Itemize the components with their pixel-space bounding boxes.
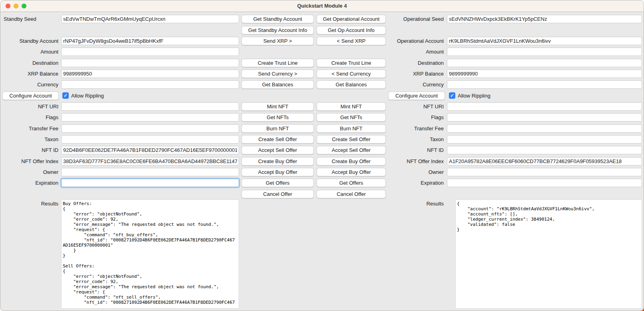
operational-nft-offer-index-label: NFT Offer Index bbox=[386, 158, 445, 164]
operational-expiration-input[interactable] bbox=[447, 179, 642, 187]
get-standby-account-button[interactable]: Get Standby Account bbox=[241, 15, 314, 23]
mint-nft-standby-button[interactable]: Mint NFT bbox=[241, 102, 314, 111]
standby-nft-uri-input[interactable] bbox=[61, 102, 239, 111]
operational-seed-label: Operational Seed bbox=[386, 16, 445, 22]
operational-account-input[interactable] bbox=[447, 37, 642, 45]
get-balances-operational-button[interactable]: Get Balances bbox=[317, 80, 386, 89]
accept-buy-offer-standby-button[interactable]: Accept Buy Offer bbox=[241, 168, 314, 176]
standby-flags-label: Flags bbox=[0, 114, 60, 120]
operational-owner-input[interactable] bbox=[447, 168, 642, 176]
operational-nft-uri-input[interactable] bbox=[447, 102, 642, 111]
configure-account-standby-button[interactable]: Configure Account bbox=[2, 92, 59, 100]
send-xrp-standby-button[interactable]: Send XRP > bbox=[241, 37, 314, 45]
get-balances-standby-button[interactable]: Get Balances bbox=[241, 80, 314, 89]
standby-currency-input[interactable] bbox=[61, 80, 239, 89]
get-nfts-standby-button[interactable]: Get NFTs bbox=[241, 113, 314, 122]
standby-seed-input[interactable] bbox=[61, 15, 239, 23]
operational-account-label: Operational Account bbox=[386, 38, 445, 44]
operational-xrp-balance-input[interactable] bbox=[447, 70, 642, 78]
get-standby-account-info-button[interactable]: Get Standby Account Info bbox=[241, 26, 314, 34]
standby-owner-input[interactable] bbox=[61, 168, 239, 176]
title-bar: Quickstart Module 4 bbox=[0, 0, 644, 12]
cancel-offer-operational-button[interactable]: Cancel Offer bbox=[317, 190, 386, 198]
standby-destination-input[interactable] bbox=[61, 59, 239, 67]
accept-sell-offer-operational-button[interactable]: Accept Sell Offer bbox=[317, 146, 386, 154]
row-cancel-offer: Cancel Offer Cancel Offer bbox=[0, 189, 644, 199]
standby-nft-id-label: NFT ID bbox=[0, 147, 60, 153]
get-offers-standby-button[interactable]: Get Offers bbox=[241, 179, 314, 187]
get-op-account-info-button[interactable]: Get Op Account Info bbox=[317, 26, 386, 34]
create-sell-offer-standby-button[interactable]: Create Sell Offer bbox=[241, 135, 314, 144]
operational-transfer-fee-input[interactable] bbox=[447, 124, 642, 133]
allow-rippling-operational-checkbox[interactable]: ✓ bbox=[449, 92, 455, 99]
configure-account-operational-button[interactable]: Configure Account bbox=[388, 92, 445, 100]
get-offers-operational-button[interactable]: Get Offers bbox=[317, 179, 386, 187]
cancel-offer-standby-button[interactable]: Cancel Offer bbox=[241, 190, 314, 198]
operational-flags-input[interactable] bbox=[447, 113, 642, 122]
allow-rippling-standby-checkbox[interactable]: ✓ bbox=[62, 92, 69, 99]
standby-xrp-balance-input[interactable] bbox=[61, 70, 239, 78]
operational-taxon-input[interactable] bbox=[447, 135, 642, 144]
operational-owner-label: Owner bbox=[386, 169, 445, 175]
get-nfts-operational-button[interactable]: Get NFTs bbox=[317, 113, 386, 122]
row-nft-id: NFT ID Accept Sell Offer Accept Sell Off… bbox=[0, 145, 644, 156]
get-operational-account-button[interactable]: Get Operational Account bbox=[317, 15, 386, 23]
operational-currency-label: Currency bbox=[386, 82, 445, 88]
operational-destination-input[interactable] bbox=[447, 59, 642, 67]
row-nft-offer-index: NFT Offer Index Create Buy Offer Create … bbox=[0, 156, 644, 166]
window-title: Quickstart Module 4 bbox=[0, 0, 644, 12]
operational-nft-uri-label: NFT URI bbox=[386, 104, 445, 110]
operational-nft-id-input[interactable] bbox=[447, 146, 642, 154]
standby-amount-input[interactable] bbox=[61, 48, 239, 56]
operational-transfer-fee-label: Transfer Fee bbox=[386, 126, 445, 132]
checkmark-icon: ✓ bbox=[64, 93, 68, 98]
standby-amount-label: Amount bbox=[0, 49, 60, 55]
row-configure-account: Configure Account ✓ Allow Rippling Confi… bbox=[0, 90, 644, 101]
send-xrp-operational-button[interactable]: < Send XRP bbox=[317, 37, 386, 45]
standby-nft-id-input[interactable] bbox=[61, 146, 239, 154]
row-expiration: Expiration Get Offers Get Offers Expirat… bbox=[0, 177, 644, 188]
operational-nft-id-label: NFT ID bbox=[386, 147, 445, 153]
accept-buy-offer-operational-button[interactable]: Accept Buy Offer bbox=[317, 168, 386, 176]
row-nft-uri: NFT URI Mint NFT Mint NFT NFT URI bbox=[0, 101, 644, 112]
send-currency-standby-button[interactable]: Send Currency > bbox=[241, 70, 314, 78]
standby-expiration-label: Expiration bbox=[0, 180, 60, 186]
standby-taxon-input[interactable] bbox=[61, 135, 239, 144]
burn-nft-standby-button[interactable]: Burn NFT bbox=[241, 124, 314, 133]
create-sell-offer-operational-button[interactable]: Create Sell Offer bbox=[317, 135, 386, 144]
row-seed: Standby Seed Get Standby Account Get Ope… bbox=[0, 14, 644, 24]
accept-sell-offer-standby-button[interactable]: Accept Sell Offer bbox=[241, 146, 314, 154]
checkmark-icon: ✓ bbox=[450, 93, 454, 98]
standby-destination-label: Destination bbox=[0, 60, 60, 66]
create-buy-offer-standby-button[interactable]: Create Buy Offer bbox=[241, 157, 314, 165]
row-results: Results Buy Offers: { "error": "objectNo… bbox=[0, 199, 644, 309]
standby-nft-offer-index-input[interactable] bbox=[61, 157, 239, 165]
standby-transfer-fee-input[interactable] bbox=[61, 124, 239, 133]
standby-transfer-fee-label: Transfer Fee bbox=[0, 126, 60, 132]
standby-flags-input[interactable] bbox=[61, 113, 239, 122]
standby-taxon-label: Taxon bbox=[0, 136, 60, 142]
operational-results-text[interactable]: { "account": "rK9LBRhStdmtAaVdJXGVF1LnKW… bbox=[455, 199, 642, 309]
create-trust-line-operational-button[interactable]: Create Trust Line bbox=[317, 59, 386, 67]
standby-account-label: Standby Account bbox=[0, 38, 60, 44]
operational-amount-input[interactable] bbox=[447, 48, 642, 56]
standby-currency-label: Currency bbox=[0, 82, 60, 88]
create-buy-offer-operational-button[interactable]: Create Buy Offer bbox=[317, 157, 386, 165]
standby-results-text[interactable]: Buy Offers: { "error": "objectNotFound",… bbox=[61, 199, 239, 309]
burn-nft-operational-button[interactable]: Burn NFT bbox=[317, 124, 386, 133]
operational-seed-input[interactable] bbox=[447, 15, 642, 23]
send-currency-operational-button[interactable]: < Send Currency bbox=[317, 70, 386, 78]
standby-expiration-input[interactable] bbox=[61, 179, 239, 187]
operational-nft-offer-index-input[interactable] bbox=[447, 157, 642, 165]
operational-flags-label: Flags bbox=[386, 114, 445, 120]
row-flags: Flags Get NFTs Get NFTs Flags bbox=[0, 112, 644, 123]
row-account: Standby Account Send XRP > < Send XRP Op… bbox=[0, 36, 644, 46]
standby-xrp-balance-label: XRP Balance bbox=[0, 71, 60, 77]
allow-rippling-standby-label: Allow Rippling bbox=[71, 93, 104, 99]
operational-currency-input[interactable] bbox=[447, 80, 642, 89]
standby-account-input[interactable] bbox=[61, 37, 239, 45]
app-window: Quickstart Module 4 Standby Seed Get Sta… bbox=[0, 0, 644, 311]
create-trust-line-standby-button[interactable]: Create Trust Line bbox=[241, 59, 314, 67]
operational-expiration-label: Expiration bbox=[386, 180, 445, 186]
mint-nft-operational-button[interactable]: Mint NFT bbox=[317, 102, 386, 111]
